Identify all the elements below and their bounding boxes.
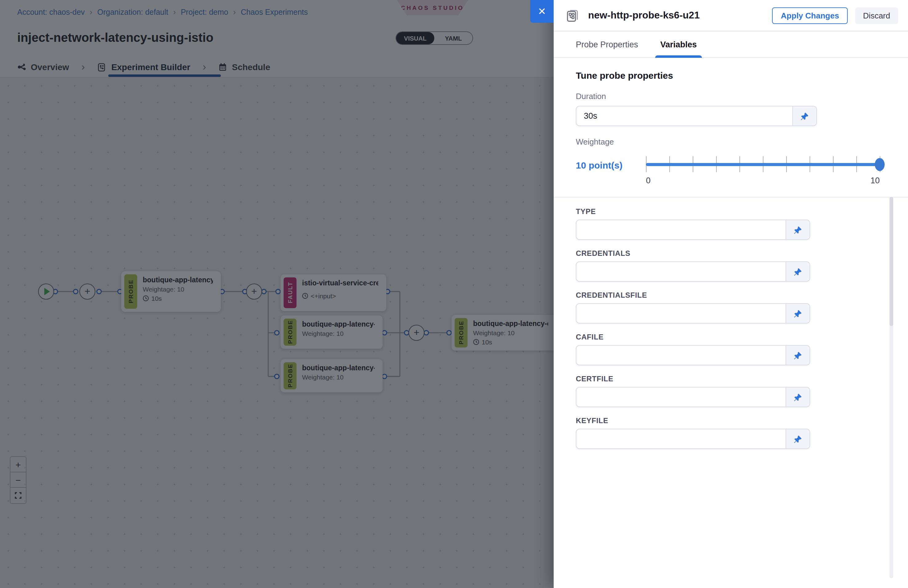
variable-input-wrap: [576, 303, 810, 323]
add-step-button[interactable]: +: [246, 284, 262, 300]
pin-button[interactable]: [792, 106, 816, 125]
clock-icon: [473, 339, 479, 345]
fullscreen-button[interactable]: [10, 488, 26, 503]
drawer-tabs: Probe Properties Variables: [554, 31, 908, 58]
node-duration: 10s: [482, 338, 492, 345]
plus-icon: +: [85, 286, 90, 296]
drawer-header: new-http-probe-ks6-u21 Apply Changes Dis…: [554, 0, 908, 31]
probe-node[interactable]: PROBE boutique-app-latency-ch... Weighta…: [280, 359, 383, 392]
weightage-slider[interactable]: 0 10: [646, 155, 880, 191]
clock-icon: [143, 295, 149, 301]
pin-button[interactable]: [786, 304, 810, 323]
variable-label: CAFILE: [576, 333, 886, 341]
pin-icon: [794, 309, 802, 318]
fault-tag: FAULT: [283, 277, 296, 308]
fullscreen-icon: [15, 492, 21, 499]
probe-tag: PROBE: [283, 362, 296, 389]
variable-field: CREDENTIALSFILE: [576, 291, 886, 323]
variable-label: KEYFILE: [576, 416, 886, 425]
run-experiment-button[interactable]: [38, 284, 54, 300]
plus-icon: +: [251, 286, 257, 296]
drawer-body: Tune probe properties Duration Weightage…: [554, 58, 908, 449]
apply-changes-button[interactable]: Apply Changes: [772, 7, 848, 24]
probe-tag: PROBE: [124, 274, 137, 309]
pin-icon: [794, 393, 802, 401]
variable-input-wrap: [576, 262, 810, 282]
node-weightage: Weightage: 10: [143, 285, 213, 293]
pin-icon: [794, 351, 802, 360]
slider-track[interactable]: [646, 163, 880, 166]
add-step-button[interactable]: +: [409, 325, 425, 341]
variable-input-wrap: [576, 220, 810, 240]
close-icon: ✕: [538, 6, 546, 17]
weightage-points-value: 10 point(s): [576, 155, 638, 170]
canvas-zoom-controls: + −: [10, 456, 26, 504]
variable-cafile-input[interactable]: [576, 345, 786, 365]
node-title: boutique-app-latency-ch...: [143, 276, 213, 284]
node-title: boutique-app-latency-ch...: [302, 364, 375, 371]
zoom-out-button[interactable]: −: [10, 472, 26, 488]
variable-credentials-input[interactable]: [576, 262, 786, 281]
pin-button[interactable]: [786, 387, 810, 406]
variable-field: CERTFILE: [576, 374, 886, 407]
variable-label: TYPE: [576, 207, 886, 216]
probe-config-drawer: ✕ new-http-probe-ks6-u21 Apply Changes D…: [554, 0, 908, 588]
variable-label: CREDENTIALSFILE: [576, 291, 886, 300]
duration-label: Duration: [576, 92, 886, 101]
chaos-studio-app: Account: chaos-dev › Organization: defau…: [0, 0, 908, 588]
add-step-button[interactable]: +: [79, 284, 95, 300]
clock-icon: [302, 293, 308, 299]
tab-probe-properties[interactable]: Probe Properties: [576, 40, 638, 57]
drawer-scrollbar-thumb[interactable]: [890, 197, 893, 326]
pin-icon: [800, 112, 809, 120]
pin-icon: [794, 225, 802, 234]
variable-label: CREDENTIALS: [576, 249, 886, 258]
workspace: Account: chaos-dev › Organization: defau…: [0, 0, 554, 588]
probe-tag: PROBE: [283, 319, 296, 345]
node-duration: 10s: [151, 295, 162, 302]
probe-node[interactable]: PROBE boutique-app-latency-ch... Weighta…: [280, 315, 383, 349]
variable-field: CAFILE: [576, 333, 886, 365]
variable-field: TYPE: [576, 207, 886, 240]
probe-icon: [565, 7, 581, 23]
probe-name-title: new-http-probe-ks6-u21: [588, 10, 765, 21]
slider-max-label: 10: [871, 176, 880, 185]
duration-field-block: Duration: [576, 92, 886, 126]
section-title: Tune probe properties: [576, 70, 886, 80]
probe-node[interactable]: PROBE boutique-app-latency-ch... Weighta…: [121, 271, 221, 312]
pin-button[interactable]: [786, 345, 810, 365]
variable-type-input[interactable]: [576, 220, 786, 239]
variable-label: CERTFILE: [576, 374, 886, 383]
variable-input-wrap: [576, 429, 810, 449]
node-title: boutique-app-latency-ch...: [302, 320, 375, 328]
variable-field: CREDENTIALS: [576, 249, 886, 282]
fault-node[interactable]: FAULT istio-virtual-service-crea... <+in…: [280, 274, 386, 311]
duration-input-wrap: [576, 106, 817, 126]
node-weightage: Weightage: 10: [302, 373, 375, 381]
pin-button[interactable]: [786, 220, 810, 239]
close-drawer-button[interactable]: ✕: [530, 0, 554, 23]
weightage-label: Weightage: [576, 137, 886, 146]
pin-icon: [794, 435, 802, 443]
duration-input[interactable]: [576, 106, 792, 125]
pin-button[interactable]: [786, 262, 810, 281]
discard-button[interactable]: Discard: [855, 7, 898, 24]
plus-icon: +: [414, 328, 420, 337]
slider-min-label: 0: [646, 176, 650, 185]
variable-input-wrap: [576, 345, 810, 365]
variable-keyfile-input[interactable]: [576, 429, 786, 448]
drawer-scrollbar[interactable]: [890, 197, 893, 578]
node-title: istio-virtual-service-crea...: [302, 279, 378, 287]
tab-variables[interactable]: Variables: [660, 40, 697, 57]
node-title: boutique-app-latency-ch...: [473, 320, 548, 327]
variable-field: KEYFILE: [576, 416, 886, 449]
node-duration: <+input>: [311, 292, 336, 300]
slider-handle[interactable]: [875, 158, 885, 171]
zoom-in-button[interactable]: +: [10, 457, 26, 472]
pin-button[interactable]: [786, 429, 810, 448]
probe-tag: PROBE: [455, 318, 467, 347]
probe-node[interactable]: PROBE boutique-app-latency-ch... Weighta…: [452, 315, 554, 350]
pin-icon: [794, 267, 802, 276]
variable-certfile-input[interactable]: [576, 387, 786, 406]
variable-credentialsfile-input[interactable]: [576, 304, 786, 323]
